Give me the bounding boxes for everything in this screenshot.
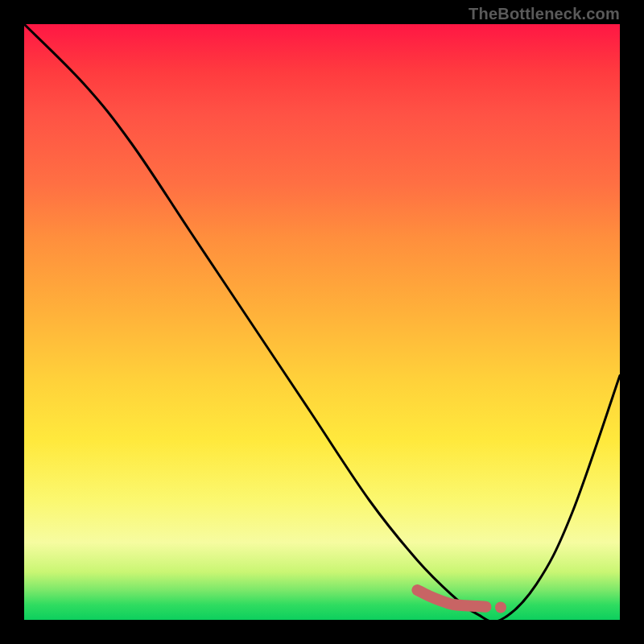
highlight-segment <box>417 590 485 607</box>
chart-stage: TheBottleneck.com <box>0 0 644 644</box>
plot-area <box>24 24 620 620</box>
highlight-dot <box>495 602 506 613</box>
chart-svg <box>24 24 620 620</box>
watermark-text: TheBottleneck.com <box>469 5 620 23</box>
bottleneck-curve <box>24 24 620 621</box>
